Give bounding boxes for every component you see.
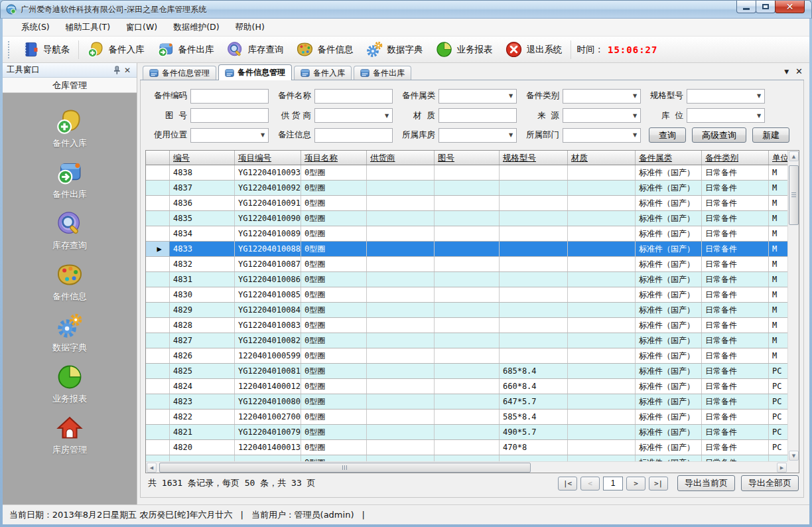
menu-item-0[interactable]: 系统(S) bbox=[13, 19, 58, 36]
table-row[interactable]: 4836YG122040100910型圈标准件（国产）日常备件M bbox=[146, 196, 787, 211]
toolbar-button-4[interactable]: 备件信息 bbox=[290, 38, 360, 60]
field-input[interactable] bbox=[314, 128, 393, 143]
row-selector-cell[interactable] bbox=[146, 425, 170, 439]
table-row[interactable]: 4821YG122040100790型圈490*5.7标准件（国产）日常备件PC bbox=[146, 425, 787, 440]
row-selector-cell[interactable] bbox=[146, 287, 170, 302]
column-header-4[interactable]: 图号 bbox=[435, 151, 500, 165]
page-number-input[interactable] bbox=[603, 477, 623, 490]
toolbar-button-7[interactable]: 退出系统 bbox=[499, 38, 569, 60]
advanced-query-button[interactable]: 高级查询 bbox=[692, 127, 746, 143]
row-selector-cell[interactable] bbox=[146, 211, 170, 226]
pin-icon[interactable] bbox=[111, 65, 122, 76]
sidebar-item-0[interactable]: 备件入库 bbox=[3, 102, 137, 153]
column-header-0[interactable]: 编号 bbox=[170, 151, 235, 165]
table-row[interactable]: 4829YG122040100840型圈标准件（国产）日常备件M bbox=[146, 303, 787, 318]
tab-1[interactable]: 备件信息管理 bbox=[218, 64, 292, 80]
table-row[interactable]: 482212204010027000型圈585*8.4标准件（国产）日常备件PC bbox=[146, 410, 787, 425]
field-input[interactable] bbox=[190, 108, 269, 123]
field-input[interactable] bbox=[314, 89, 393, 104]
minimize-button[interactable] bbox=[736, 1, 756, 13]
sidebar-close-icon[interactable]: ✕ bbox=[122, 65, 133, 76]
column-header-6[interactable]: 材质 bbox=[568, 151, 636, 165]
maximize-button[interactable] bbox=[756, 1, 776, 13]
field-dropdown[interactable]: ▼ bbox=[563, 128, 641, 143]
column-header-9[interactable]: 单位 bbox=[769, 151, 787, 165]
column-header-3[interactable]: 供货商 bbox=[367, 151, 435, 165]
sidebar-item-3[interactable]: 备件信息 bbox=[3, 256, 137, 307]
table-row[interactable]: 482612204010005990型圈标准件（国产）日常备件M bbox=[146, 348, 787, 364]
export-all-pages-button[interactable]: 导出全部页 bbox=[741, 475, 799, 491]
row-selector-cell[interactable] bbox=[146, 165, 170, 180]
row-selector-cell[interactable] bbox=[146, 226, 170, 241]
column-header-1[interactable]: 项目编号 bbox=[235, 151, 301, 165]
menu-item-2[interactable]: 窗口(W) bbox=[118, 19, 165, 36]
row-selector-cell[interactable] bbox=[146, 455, 170, 461]
field-dropdown[interactable]: ▼ bbox=[439, 128, 517, 143]
table-row[interactable]: 0型圈标准件（国产）日常备件 bbox=[146, 455, 787, 461]
table-row[interactable]: ▶4833YG122040100880型圈标准件（国产）日常备件M bbox=[146, 242, 787, 257]
field-input[interactable] bbox=[439, 108, 517, 123]
toolbar-grip[interactable] bbox=[8, 41, 11, 58]
vertical-scrollbar[interactable]: ▲ ▼ bbox=[787, 151, 799, 461]
export-current-page-button[interactable]: 导出当前页 bbox=[677, 475, 735, 491]
toolbar-button-2[interactable]: 备件出库 bbox=[151, 38, 220, 60]
scroll-right-icon[interactable]: ▶ bbox=[777, 463, 787, 473]
field-dropdown[interactable]: ▼ bbox=[190, 128, 269, 143]
table-row[interactable]: 4837YG122040100920型圈标准件（国产）日常备件M bbox=[146, 181, 787, 196]
last-page-button[interactable]: >| bbox=[649, 477, 668, 490]
row-selector-cell[interactable] bbox=[146, 410, 170, 424]
row-selector-cell[interactable] bbox=[146, 257, 170, 271]
sidebar-item-6[interactable]: 库房管理 bbox=[3, 409, 137, 460]
column-header-2[interactable]: 项目名称 bbox=[301, 151, 367, 165]
row-selector-cell[interactable] bbox=[146, 379, 170, 394]
close-button[interactable]: ✕ bbox=[775, 1, 805, 13]
scroll-down-icon[interactable]: ▼ bbox=[789, 451, 799, 461]
next-page-button[interactable]: > bbox=[626, 477, 645, 490]
row-selector-cell[interactable] bbox=[146, 364, 170, 378]
table-row[interactable]: 4831YG122040100860型圈标准件（国产）日常备件M bbox=[146, 272, 787, 287]
vertical-scroll-thumb[interactable] bbox=[789, 165, 799, 225]
query-button[interactable]: 查询 bbox=[649, 127, 686, 143]
table-row[interactable]: 4830YG122040100850型圈标准件（国产）日常备件M bbox=[146, 287, 787, 303]
tab-0[interactable]: 备件信息管理 bbox=[143, 66, 216, 80]
table-row[interactable]: 4828YG122040100830型圈标准件（国产）日常备件M bbox=[146, 318, 787, 333]
sidebar-item-5[interactable]: 业务报表 bbox=[3, 358, 137, 409]
row-selector-cell[interactable] bbox=[146, 181, 170, 195]
table-row[interactable]: 4832YG122040100870型圈标准件（国产）日常备件M bbox=[146, 257, 787, 272]
row-selector-cell[interactable] bbox=[146, 348, 170, 363]
row-selector-cell[interactable] bbox=[146, 318, 170, 333]
field-dropdown[interactable]: ▼ bbox=[687, 89, 765, 104]
tab-2[interactable]: 备件入库 bbox=[294, 66, 352, 80]
toolbar-button-6[interactable]: 业务报表 bbox=[429, 38, 499, 60]
field-dropdown[interactable]: ▼ bbox=[563, 108, 641, 123]
new-button[interactable]: 新建 bbox=[752, 127, 789, 143]
row-selector-cell[interactable] bbox=[146, 196, 170, 210]
toolbar-button-1[interactable]: 备件入库 bbox=[81, 38, 151, 60]
table-row[interactable]: 4827YG122040100820型圈标准件（国产）日常备件M bbox=[146, 333, 787, 348]
table-row[interactable]: 4823YG122040100800型圈647*5.7标准件（国产）日常备件PC bbox=[146, 394, 787, 410]
field-dropdown[interactable]: ▼ bbox=[314, 108, 393, 123]
sidebar-item-1[interactable]: 备件出库 bbox=[3, 153, 137, 204]
horizontal-scrollbar[interactable]: ◀ ▶ bbox=[146, 461, 787, 473]
table-row[interactable]: 4835YG122040100900型圈标准件（国产）日常备件M bbox=[146, 211, 787, 226]
row-selector-cell[interactable] bbox=[146, 303, 170, 317]
sidebar-item-4[interactable]: 数据字典 bbox=[3, 307, 137, 358]
table-row[interactable]: 4838YG122040100930型圈标准件（国产）日常备件M bbox=[146, 165, 787, 181]
field-dropdown[interactable]: ▼ bbox=[439, 89, 517, 104]
field-dropdown[interactable]: ▼ bbox=[563, 89, 641, 104]
table-row[interactable]: 482412204014000120型圈660*8.4标准件（国产）日常备件PC bbox=[146, 379, 787, 394]
tab-dropdown-icon[interactable]: ▼ bbox=[784, 68, 789, 75]
column-header-8[interactable]: 备件类别 bbox=[702, 151, 769, 165]
scroll-up-icon[interactable]: ▲ bbox=[789, 151, 799, 161]
menu-item-4[interactable]: 帮助(H) bbox=[228, 19, 273, 36]
menu-item-3[interactable]: 数据维护(D) bbox=[165, 19, 227, 36]
sidebar-group-title[interactable]: 仓库管理 bbox=[3, 78, 137, 93]
prev-page-button[interactable]: < bbox=[580, 477, 600, 490]
field-input[interactable] bbox=[190, 89, 269, 104]
column-header-5[interactable]: 规格型号 bbox=[500, 151, 568, 165]
row-selector-cell[interactable] bbox=[146, 394, 170, 409]
tab-3[interactable]: 备件出库 bbox=[354, 66, 411, 80]
menu-item-1[interactable]: 辅助工具(T) bbox=[58, 19, 118, 36]
row-selector-cell[interactable]: ▶ bbox=[146, 242, 170, 256]
sidebar-item-2[interactable]: 库存查询 bbox=[3, 204, 137, 256]
